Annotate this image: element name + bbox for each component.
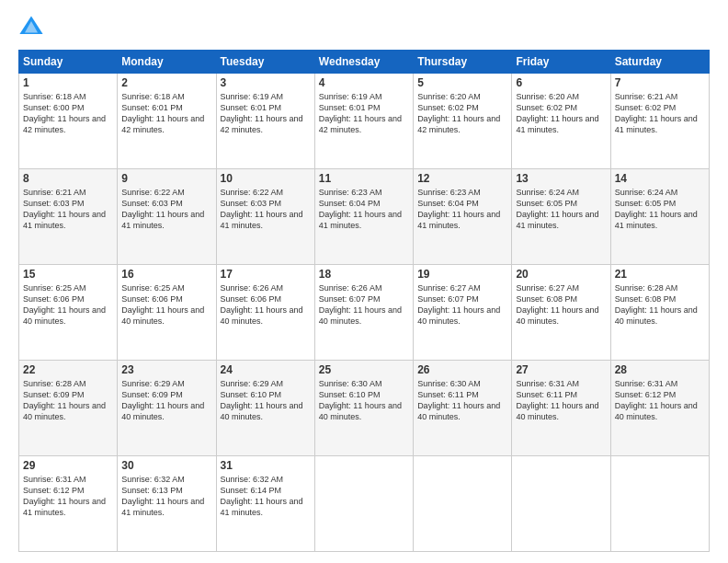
day-cell: 20 Sunrise: 6:27 AMSunset: 6:08 PMDaylig… bbox=[512, 265, 610, 361]
day-number: 21 bbox=[615, 268, 705, 281]
day-cell: 30 Sunrise: 6:32 AMSunset: 6:13 PMDaylig… bbox=[118, 456, 216, 552]
day-number: 19 bbox=[417, 268, 507, 281]
day-number: 7 bbox=[615, 76, 705, 89]
day-cell bbox=[314, 456, 413, 552]
col-header-tuesday: Tuesday bbox=[216, 51, 314, 74]
day-cell: 9 Sunrise: 6:22 AMSunset: 6:03 PMDayligh… bbox=[118, 169, 216, 265]
day-info: Sunrise: 6:29 AMSunset: 6:10 PMDaylight:… bbox=[221, 378, 311, 423]
day-cell: 2 Sunrise: 6:18 AMSunset: 6:01 PMDayligh… bbox=[118, 74, 216, 169]
day-cell: 5 Sunrise: 6:20 AMSunset: 6:02 PMDayligh… bbox=[414, 74, 512, 169]
day-info: Sunrise: 6:32 AMSunset: 6:14 PMDaylight:… bbox=[221, 474, 311, 519]
logo-icon bbox=[18, 15, 44, 40]
day-info: Sunrise: 6:30 AMSunset: 6:11 PMDaylight:… bbox=[417, 378, 507, 423]
day-info: Sunrise: 6:18 AMSunset: 6:01 PMDaylight:… bbox=[121, 91, 211, 136]
header bbox=[18, 15, 710, 40]
day-cell: 25 Sunrise: 6:30 AMSunset: 6:10 PMDaylig… bbox=[314, 361, 413, 456]
day-cell: 16 Sunrise: 6:25 AMSunset: 6:06 PMDaylig… bbox=[118, 265, 216, 361]
day-number: 8 bbox=[23, 172, 113, 185]
day-info: Sunrise: 6:29 AMSunset: 6:09 PMDaylight:… bbox=[121, 378, 211, 423]
day-number: 10 bbox=[221, 172, 311, 185]
day-number: 14 bbox=[615, 172, 705, 185]
week-row-5: 29 Sunrise: 6:31 AMSunset: 6:12 PMDaylig… bbox=[19, 456, 710, 552]
day-info: Sunrise: 6:30 AMSunset: 6:10 PMDaylight:… bbox=[319, 378, 409, 423]
day-number: 24 bbox=[221, 363, 311, 376]
day-info: Sunrise: 6:26 AMSunset: 6:06 PMDaylight:… bbox=[221, 282, 311, 327]
day-cell: 10 Sunrise: 6:22 AMSunset: 6:03 PMDaylig… bbox=[216, 169, 314, 265]
day-info: Sunrise: 6:28 AMSunset: 6:08 PMDaylight:… bbox=[615, 282, 705, 327]
day-info: Sunrise: 6:25 AMSunset: 6:06 PMDaylight:… bbox=[121, 282, 211, 327]
day-number: 18 bbox=[319, 268, 409, 281]
day-info: Sunrise: 6:24 AMSunset: 6:05 PMDaylight:… bbox=[615, 187, 705, 232]
day-info: Sunrise: 6:19 AMSunset: 6:01 PMDaylight:… bbox=[221, 91, 311, 136]
day-number: 30 bbox=[121, 459, 211, 472]
day-cell: 17 Sunrise: 6:26 AMSunset: 6:06 PMDaylig… bbox=[216, 265, 314, 361]
day-info: Sunrise: 6:22 AMSunset: 6:03 PMDaylight:… bbox=[121, 187, 211, 232]
day-number: 1 bbox=[23, 76, 113, 89]
day-info: Sunrise: 6:20 AMSunset: 6:02 PMDaylight:… bbox=[417, 91, 507, 136]
day-info: Sunrise: 6:22 AMSunset: 6:03 PMDaylight:… bbox=[221, 187, 311, 232]
day-cell: 11 Sunrise: 6:23 AMSunset: 6:04 PMDaylig… bbox=[314, 169, 413, 265]
day-cell: 12 Sunrise: 6:23 AMSunset: 6:04 PMDaylig… bbox=[414, 169, 512, 265]
day-cell: 1 Sunrise: 6:18 AMSunset: 6:00 PMDayligh… bbox=[19, 74, 118, 169]
day-number: 22 bbox=[23, 363, 113, 376]
col-header-friday: Friday bbox=[512, 51, 610, 74]
logo bbox=[18, 15, 48, 40]
day-cell: 4 Sunrise: 6:19 AMSunset: 6:01 PMDayligh… bbox=[314, 74, 413, 169]
day-number: 29 bbox=[23, 459, 113, 472]
day-cell: 18 Sunrise: 6:26 AMSunset: 6:07 PMDaylig… bbox=[314, 265, 413, 361]
week-row-2: 8 Sunrise: 6:21 AMSunset: 6:03 PMDayligh… bbox=[19, 169, 710, 265]
week-row-4: 22 Sunrise: 6:28 AMSunset: 6:09 PMDaylig… bbox=[19, 361, 710, 456]
day-info: Sunrise: 6:31 AMSunset: 6:11 PMDaylight:… bbox=[516, 378, 606, 423]
week-row-1: 1 Sunrise: 6:18 AMSunset: 6:00 PMDayligh… bbox=[19, 74, 710, 169]
day-cell: 19 Sunrise: 6:27 AMSunset: 6:07 PMDaylig… bbox=[414, 265, 512, 361]
day-number: 5 bbox=[417, 76, 507, 89]
col-header-wednesday: Wednesday bbox=[314, 51, 413, 74]
day-cell bbox=[512, 456, 610, 552]
day-info: Sunrise: 6:25 AMSunset: 6:06 PMDaylight:… bbox=[23, 282, 113, 327]
day-info: Sunrise: 6:31 AMSunset: 6:12 PMDaylight:… bbox=[23, 474, 113, 519]
day-cell: 7 Sunrise: 6:21 AMSunset: 6:02 PMDayligh… bbox=[610, 74, 709, 169]
day-cell: 27 Sunrise: 6:31 AMSunset: 6:11 PMDaylig… bbox=[512, 361, 610, 456]
day-cell: 3 Sunrise: 6:19 AMSunset: 6:01 PMDayligh… bbox=[216, 74, 314, 169]
day-number: 23 bbox=[121, 363, 211, 376]
day-cell: 13 Sunrise: 6:24 AMSunset: 6:05 PMDaylig… bbox=[512, 169, 610, 265]
day-number: 20 bbox=[516, 268, 606, 281]
day-cell: 6 Sunrise: 6:20 AMSunset: 6:02 PMDayligh… bbox=[512, 74, 610, 169]
day-cell: 15 Sunrise: 6:25 AMSunset: 6:06 PMDaylig… bbox=[19, 265, 118, 361]
day-cell bbox=[414, 456, 512, 552]
day-cell: 31 Sunrise: 6:32 AMSunset: 6:14 PMDaylig… bbox=[216, 456, 314, 552]
day-info: Sunrise: 6:21 AMSunset: 6:03 PMDaylight:… bbox=[23, 187, 113, 232]
day-info: Sunrise: 6:23 AMSunset: 6:04 PMDaylight:… bbox=[417, 187, 507, 232]
day-number: 3 bbox=[221, 76, 311, 89]
day-number: 13 bbox=[516, 172, 606, 185]
day-cell: 23 Sunrise: 6:29 AMSunset: 6:09 PMDaylig… bbox=[118, 361, 216, 456]
day-info: Sunrise: 6:32 AMSunset: 6:13 PMDaylight:… bbox=[121, 474, 211, 519]
day-number: 4 bbox=[319, 76, 409, 89]
day-cell bbox=[610, 456, 709, 552]
day-info: Sunrise: 6:21 AMSunset: 6:02 PMDaylight:… bbox=[615, 91, 705, 136]
day-number: 25 bbox=[319, 363, 409, 376]
calendar-table: SundayMondayTuesdayWednesdayThursdayFrid… bbox=[18, 50, 710, 552]
day-number: 15 bbox=[23, 268, 113, 281]
day-number: 12 bbox=[417, 172, 507, 185]
week-row-3: 15 Sunrise: 6:25 AMSunset: 6:06 PMDaylig… bbox=[19, 265, 710, 361]
day-number: 17 bbox=[221, 268, 311, 281]
day-info: Sunrise: 6:20 AMSunset: 6:02 PMDaylight:… bbox=[516, 91, 606, 136]
day-cell: 22 Sunrise: 6:28 AMSunset: 6:09 PMDaylig… bbox=[19, 361, 118, 456]
day-number: 31 bbox=[221, 459, 311, 472]
col-header-thursday: Thursday bbox=[414, 51, 512, 74]
day-number: 16 bbox=[121, 268, 211, 281]
day-cell: 26 Sunrise: 6:30 AMSunset: 6:11 PMDaylig… bbox=[414, 361, 512, 456]
day-info: Sunrise: 6:23 AMSunset: 6:04 PMDaylight:… bbox=[319, 187, 409, 232]
day-number: 11 bbox=[319, 172, 409, 185]
day-info: Sunrise: 6:18 AMSunset: 6:00 PMDaylight:… bbox=[23, 91, 113, 136]
day-number: 26 bbox=[417, 363, 507, 376]
day-cell: 14 Sunrise: 6:24 AMSunset: 6:05 PMDaylig… bbox=[610, 169, 709, 265]
day-info: Sunrise: 6:27 AMSunset: 6:08 PMDaylight:… bbox=[516, 282, 606, 327]
col-header-monday: Monday bbox=[118, 51, 216, 74]
page: SundayMondayTuesdayWednesdayThursdayFrid… bbox=[0, 0, 728, 563]
day-cell: 21 Sunrise: 6:28 AMSunset: 6:08 PMDaylig… bbox=[610, 265, 709, 361]
day-number: 6 bbox=[516, 76, 606, 89]
day-cell: 8 Sunrise: 6:21 AMSunset: 6:03 PMDayligh… bbox=[19, 169, 118, 265]
day-info: Sunrise: 6:27 AMSunset: 6:07 PMDaylight:… bbox=[417, 282, 507, 327]
